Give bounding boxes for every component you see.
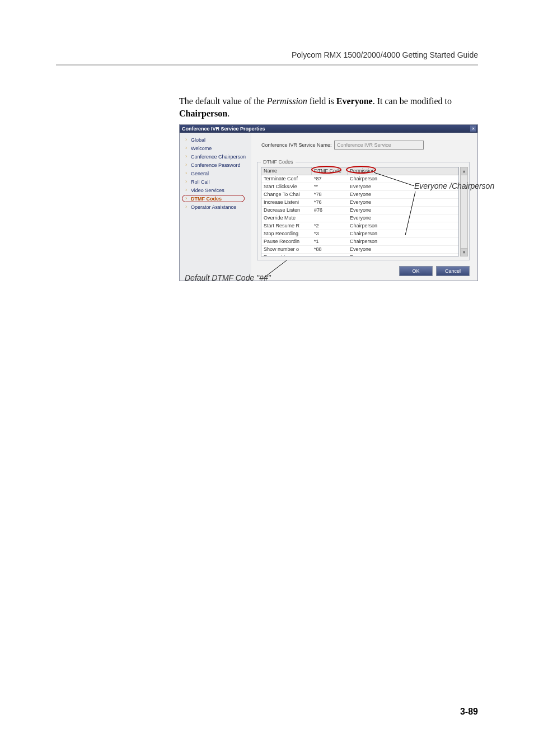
text-everyone: Everyone	[336, 96, 373, 106]
page-number: 3-89	[460, 707, 478, 717]
cell-name: Request to spea	[261, 254, 312, 256]
table-row[interactable]: Start Resume R*2Chairperson	[261, 222, 458, 230]
scrollbar[interactable]: ▴ ▾	[460, 167, 468, 256]
table-row[interactable]: Stop Recording*3Chairperson	[261, 230, 458, 238]
annotation-label-permission-values: Everyone /Chairperson	[414, 181, 494, 190]
cell-code: *78	[312, 191, 348, 199]
table-row[interactable]: Pause Recordin*1Chairperson	[261, 238, 458, 246]
cell-permission: Everyone	[348, 191, 458, 199]
header-rule	[56, 64, 478, 66]
sidebar-item-global[interactable]: Global	[180, 136, 251, 144]
text: The default value of the	[179, 96, 267, 106]
sidebar-item-video-services[interactable]: Video Services	[180, 186, 251, 195]
table-row[interactable]: Increase Listeni*76Everyone	[261, 199, 458, 207]
dialog-main: Conference IVR Service Name: DTMF Codes …	[251, 133, 477, 281]
cell-permission: Everyone	[348, 214, 458, 222]
cell-name: Start Click&Vie	[261, 183, 312, 191]
sidebar-item-general[interactable]: General	[180, 170, 251, 178]
cell-code	[312, 214, 348, 222]
groupbox-dtmf-codes: DTMF Codes Name DTMF Code Permission Ter…	[257, 162, 470, 260]
cell-code: *76	[312, 199, 348, 207]
table-row[interactable]: Override MuteEveryone	[261, 214, 458, 222]
cell-code: *3	[312, 230, 348, 238]
scroll-down-icon[interactable]: ▾	[461, 248, 467, 256]
table-row[interactable]: Change To Chai*78Everyone	[261, 191, 458, 199]
table-row[interactable]: Show number o*88Everyone	[261, 246, 458, 254]
cell-code: *2	[312, 222, 348, 230]
dialog-titlebar: Conference IVR Service Properties ×	[180, 125, 477, 133]
text: . It can be modified to	[373, 96, 452, 106]
dialog-sidebar: Global Welcome Conference Chairperson Co…	[180, 133, 251, 281]
dialog-conference-ivr: Conference IVR Service Properties × Glob…	[179, 124, 478, 281]
cell-name: Terminate Conf	[261, 175, 312, 183]
sidebar-item-conf-password[interactable]: Conference Password	[180, 161, 251, 170]
sidebar-item-conf-chairperson[interactable]: Conference Chairperson	[180, 153, 251, 161]
cell-name: Change To Chai	[261, 191, 312, 199]
cell-name: Decrease Listen	[261, 207, 312, 214]
col-permission[interactable]: Permission	[348, 167, 458, 175]
cell-permission: Everyone	[348, 199, 458, 207]
cell-code: *1	[312, 238, 348, 246]
cell-permission: Everyone	[348, 254, 458, 256]
cell-name: Pause Recordin	[261, 238, 312, 246]
sidebar-item-welcome[interactable]: Welcome	[180, 144, 251, 153]
cell-code	[312, 254, 348, 256]
table-row[interactable]: Decrease Listen#76Everyone	[261, 207, 458, 214]
text: field is	[307, 96, 336, 106]
cell-permission: Chairperson	[348, 230, 458, 238]
scroll-up-icon[interactable]: ▴	[461, 167, 467, 175]
close-icon[interactable]: ×	[470, 125, 476, 132]
cell-permission: Everyone	[348, 207, 458, 214]
text-permission: Permission	[267, 96, 307, 106]
sidebar-item-roll-call[interactable]: Roll Call	[180, 178, 251, 186]
text-chairperson: Chairperson	[179, 109, 227, 118]
cell-name: Increase Listeni	[261, 199, 312, 207]
dtmf-table: Name DTMF Code Permission Terminate Conf…	[261, 167, 459, 256]
cell-name: Show number o	[261, 246, 312, 254]
cell-name: Stop Recording	[261, 230, 312, 238]
annotation-label-default-code: Default DTMF Code "##"	[185, 273, 271, 282]
cell-permission: Everyone	[348, 246, 458, 254]
cell-permission: Chairperson	[348, 238, 458, 246]
group-label: DTMF Codes	[261, 159, 296, 165]
cell-name: Start Resume R	[261, 222, 312, 230]
cell-code: *88	[312, 246, 348, 254]
running-header: Polycom RMX 1500/2000/4000 Getting Start…	[292, 50, 478, 59]
col-dtmf-code[interactable]: DTMF Code	[312, 167, 348, 175]
cell-code: *87	[312, 175, 348, 183]
field-label-service-name: Conference IVR Service Name:	[261, 142, 334, 148]
body-paragraph: The default value of the Permission fiel…	[179, 95, 478, 120]
cell-code: **	[312, 183, 348, 191]
col-name[interactable]: Name	[261, 167, 312, 175]
cell-code: #76	[312, 207, 348, 214]
cell-permission: Chairperson	[348, 222, 458, 230]
sidebar-item-operator-assistance[interactable]: Operator Assistance	[180, 203, 251, 212]
dialog-title: Conference IVR Service Properties	[182, 126, 265, 132]
text: .	[227, 109, 229, 118]
cancel-button[interactable]: Cancel	[436, 266, 470, 276]
sidebar-item-dtmf-codes[interactable]: DTMF Codes	[180, 195, 251, 203]
input-service-name[interactable]	[334, 141, 424, 150]
table-header: Name DTMF Code Permission	[261, 167, 458, 175]
cell-name: Override Mute	[261, 214, 312, 222]
table-row[interactable]: Request to speaEveryone	[261, 254, 458, 256]
ok-button[interactable]: OK	[399, 266, 433, 276]
